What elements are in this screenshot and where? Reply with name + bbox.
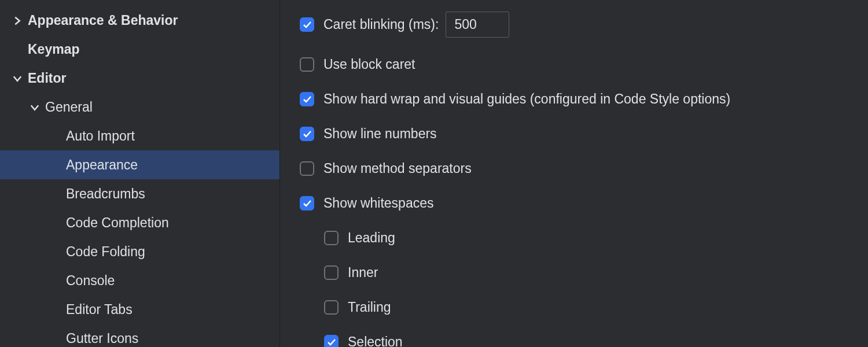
trailing-row: Trailing	[300, 300, 868, 315]
sidebar-item-code-completion[interactable]: Code Completion	[0, 208, 279, 237]
sidebar-item-label: Editor Tabs	[66, 302, 133, 318]
show-line-numbers-label: Show line numbers	[323, 126, 437, 142]
show-whitespaces-label: Show whitespaces	[323, 195, 434, 211]
show-line-numbers-row: Show line numbers	[300, 126, 868, 142]
sidebar-item-editor-tabs[interactable]: Editor Tabs	[0, 295, 279, 324]
check-icon	[327, 338, 336, 347]
chevron-right-icon	[12, 14, 23, 26]
inner-label: Inner	[348, 265, 378, 280]
inner-checkbox[interactable]	[324, 265, 339, 280]
sidebar-item-code-folding[interactable]: Code Folding	[0, 237, 279, 266]
show-line-numbers-checkbox[interactable]	[300, 127, 314, 141]
selection-checkbox[interactable]	[324, 335, 339, 347]
sidebar-item-general[interactable]: General	[0, 93, 279, 121]
show-hard-wrap-checkbox[interactable]	[300, 92, 314, 106]
sidebar-item-label: Code Completion	[66, 215, 169, 231]
leading-label: Leading	[348, 230, 395, 246]
inner-row: Inner	[300, 265, 868, 280]
chevron-down-icon	[29, 101, 41, 113]
sidebar-item-appearance-behavior[interactable]: Appearance & Behavior	[0, 6, 279, 35]
caret-blinking-label: Caret blinking (ms):	[323, 17, 439, 32]
sidebar-item-label: Keymap	[28, 42, 79, 57]
chevron-down-icon	[12, 72, 23, 84]
sidebar-item-label: Appearance & Behavior	[28, 13, 178, 28]
trailing-checkbox[interactable]	[324, 300, 339, 315]
show-whitespaces-checkbox[interactable]	[300, 196, 314, 211]
sidebar-item-label: General	[45, 99, 93, 115]
leading-row: Leading	[300, 230, 868, 246]
sidebar-item-label: Code Folding	[66, 244, 145, 260]
caret-blinking-checkbox[interactable]	[300, 17, 314, 32]
use-block-caret-label: Use block caret	[323, 57, 415, 72]
settings-sidebar: Appearance & BehaviorKeymapEditorGeneral…	[0, 0, 280, 347]
show-method-separators-checkbox[interactable]	[300, 161, 314, 176]
selection-row: Selection	[300, 334, 868, 347]
sidebar-item-breadcrumbs[interactable]: Breadcrumbs	[0, 179, 279, 208]
sidebar-item-label: Editor	[28, 71, 66, 86]
sidebar-item-keymap[interactable]: Keymap	[0, 35, 279, 64]
trailing-label: Trailing	[348, 300, 391, 315]
sidebar-item-label: Auto Import	[66, 128, 135, 144]
sidebar-item-gutter-icons[interactable]: Gutter Icons	[0, 324, 279, 347]
caret-blinking-input[interactable]	[446, 12, 509, 38]
sidebar-item-console[interactable]: Console	[0, 266, 279, 295]
show-hard-wrap-row: Show hard wrap and visual guides (config…	[300, 91, 868, 107]
leading-checkbox[interactable]	[324, 231, 339, 245]
selection-label: Selection	[348, 334, 403, 347]
sidebar-item-editor[interactable]: Editor	[0, 64, 279, 93]
show-method-separators-label: Show method separators	[323, 161, 472, 176]
sidebar-item-auto-import[interactable]: Auto Import	[0, 121, 279, 150]
sidebar-item-appearance[interactable]: Appearance	[0, 150, 279, 179]
use-block-caret-row: Use block caret	[300, 57, 868, 72]
sidebar-item-label: Breadcrumbs	[66, 186, 145, 202]
check-icon	[303, 95, 312, 104]
caret-blinking-row: Caret blinking (ms):	[300, 12, 868, 38]
sidebar-item-label: Console	[66, 273, 115, 289]
check-icon	[303, 20, 312, 29]
sidebar-item-label: Gutter Icons	[66, 331, 138, 346]
use-block-caret-checkbox[interactable]	[300, 57, 314, 72]
check-icon	[303, 199, 312, 208]
check-icon	[303, 130, 312, 139]
show-method-separators-row: Show method separators	[300, 161, 868, 176]
settings-panel: Caret blinking (ms): Use block caret Sho…	[280, 0, 868, 347]
show-hard-wrap-label: Show hard wrap and visual guides (config…	[323, 91, 730, 107]
sidebar-item-label: Appearance	[66, 157, 138, 173]
show-whitespaces-row: Show whitespaces	[300, 195, 868, 211]
